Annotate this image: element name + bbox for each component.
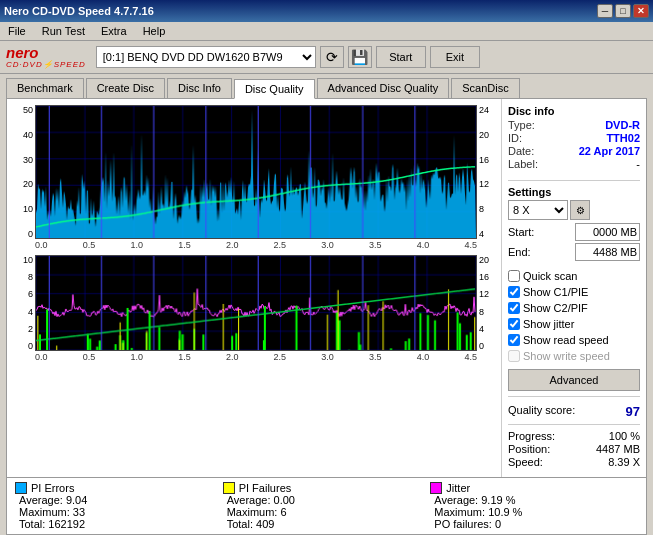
disc-id-row: ID: TTH02 [508, 132, 640, 144]
logo-main: nero [6, 45, 86, 60]
title-bar: Nero CD-DVD Speed 4.7.7.16 ─ □ ✕ [0, 0, 653, 22]
close-button[interactable]: ✕ [633, 4, 649, 18]
menu-run-test[interactable]: Run Test [38, 24, 89, 38]
speed-readout-value: 8.39 X [608, 456, 640, 468]
pi-failures-total-value: 409 [256, 518, 274, 530]
show-jitter-checkbox[interactable] [508, 318, 520, 330]
bottom-chart [35, 255, 477, 351]
pi-errors-avg-row: Average: 9.04 [19, 494, 223, 506]
jitter-po-label: PO failures: [434, 518, 491, 530]
legend-jitter: Jitter Average: 9.19 % Maximum: 10.9 % P… [430, 482, 638, 530]
show-c2-checkbox[interactable] [508, 302, 520, 314]
quality-row: Quality score: 97 [508, 404, 640, 419]
right-panel: Disc info Type: DVD-R ID: TTH02 Date: 22… [501, 99, 646, 477]
save-button[interactable]: 💾 [348, 46, 372, 68]
show-c2-label[interactable]: Show C2/PIF [523, 302, 588, 314]
show-c2-row: Show C2/PIF [508, 302, 640, 314]
jitter-po-value: 0 [495, 518, 501, 530]
quick-scan-checkbox[interactable] [508, 270, 520, 282]
disc-type-value: DVD-R [605, 119, 640, 131]
speed-config-button[interactable]: ⚙ [570, 200, 590, 220]
pi-errors-max-row: Maximum: 33 [19, 506, 223, 518]
progress-value: 100 % [609, 430, 640, 442]
quick-scan-label[interactable]: Quick scan [523, 270, 577, 282]
jitter-max-row: Maximum: 10.9 % [434, 506, 638, 518]
show-c1-checkbox[interactable] [508, 286, 520, 298]
jitter-avg-value: 9.19 % [481, 494, 515, 506]
menu-help[interactable]: Help [139, 24, 170, 38]
start-input[interactable] [575, 223, 640, 241]
speed-select[interactable]: 8 X [508, 200, 568, 220]
end-input[interactable] [575, 243, 640, 261]
advanced-button[interactable]: Advanced [508, 369, 640, 391]
pi-failures-color-box [223, 482, 235, 494]
pi-errors-total-label: Total: [19, 518, 45, 530]
quick-scan-row: Quick scan [508, 270, 640, 282]
menu-file[interactable]: File [4, 24, 30, 38]
legend-pi-errors: PI Errors Average: 9.04 Maximum: 33 Tota… [15, 482, 223, 530]
start-label: Start: [508, 226, 534, 238]
jitter-stats: Average: 9.19 % Maximum: 10.9 % PO failu… [430, 494, 638, 530]
pi-errors-label: PI Errors [31, 482, 74, 494]
top-chart-y-left: 50 40 30 20 10 0 [9, 105, 33, 239]
pi-failures-label: PI Failures [239, 482, 292, 494]
settings-title: Settings [508, 186, 640, 198]
bottom-chart-x-axis: 0.0 0.5 1.0 1.5 2.0 2.5 3.0 3.5 4.0 4.5 [35, 352, 477, 362]
exit-button[interactable]: Exit [430, 46, 480, 68]
jitter-max-value: 10.9 % [488, 506, 522, 518]
top-chart-x-axis: 0.0 0.5 1.0 1.5 2.0 2.5 3.0 3.5 4.0 4.5 [35, 240, 477, 250]
maximize-button[interactable]: □ [615, 4, 631, 18]
show-write-speed-row: Show write speed [508, 350, 640, 362]
speed-row: 8 X ⚙ [508, 200, 640, 220]
divider-1 [508, 180, 640, 181]
progress-section: Progress: 100 % Position: 4487 MB Speed:… [508, 430, 640, 469]
pi-errors-max-value: 33 [73, 506, 85, 518]
tab-benchmark[interactable]: Benchmark [6, 78, 84, 98]
drive-select[interactable]: [0:1] BENQ DVD DD DW1620 B7W9 [96, 46, 316, 68]
pi-errors-avg-label: Average: [19, 494, 63, 506]
pi-errors-color-box [15, 482, 27, 494]
toolbar: nero CD·DVD⚡SPEED [0:1] BENQ DVD DD DW16… [0, 41, 653, 74]
pi-failures-title-row: PI Failures [223, 482, 431, 494]
show-c1-label[interactable]: Show C1/PIE [523, 286, 588, 298]
pi-failures-avg-row: Average: 0.00 [227, 494, 431, 506]
show-read-label[interactable]: Show read speed [523, 334, 609, 346]
tab-bar: Benchmark Create Disc Disc Info Disc Qua… [0, 74, 653, 98]
pi-failures-max-label: Maximum: [227, 506, 278, 518]
menu-extra[interactable]: Extra [97, 24, 131, 38]
position-row: Position: 4487 MB [508, 443, 640, 455]
pi-failures-avg-value: 0.00 [274, 494, 295, 506]
pi-errors-avg-value: 9.04 [66, 494, 87, 506]
quality-value: 97 [626, 404, 640, 419]
bottom-chart-y-left: 10 8 6 4 2 0 [9, 255, 33, 351]
tab-advanced-disc-quality[interactable]: Advanced Disc Quality [317, 78, 450, 98]
disc-date-value: 22 Apr 2017 [579, 145, 640, 157]
show-jitter-label[interactable]: Show jitter [523, 318, 574, 330]
top-chart [35, 105, 477, 239]
jitter-po-row: PO failures: 0 [434, 518, 638, 530]
pi-errors-stats: Average: 9.04 Maximum: 33 Total: 162192 [15, 494, 223, 530]
jitter-color-box [430, 482, 442, 494]
divider-3 [508, 424, 640, 425]
show-write-checkbox [508, 350, 520, 362]
disc-id-value: TTH02 [606, 132, 640, 144]
divider-2 [508, 396, 640, 397]
refresh-button[interactable]: ⟳ [320, 46, 344, 68]
tab-disc-info[interactable]: Disc Info [167, 78, 232, 98]
start-button[interactable]: Start [376, 46, 426, 68]
speed-readout-row: Speed: 8.39 X [508, 456, 640, 468]
disc-label-row: Label: - [508, 158, 640, 170]
minimize-button[interactable]: ─ [597, 4, 613, 18]
show-read-checkbox[interactable] [508, 334, 520, 346]
disc-info-title: Disc info [508, 105, 640, 117]
pi-failures-avg-label: Average: [227, 494, 271, 506]
pi-errors-title-row: PI Errors [15, 482, 223, 494]
bottom-chart-container: 10 8 6 4 2 0 20 16 12 8 4 0 0.0 0.5 1.0 … [35, 255, 477, 365]
start-row: Start: [508, 223, 640, 241]
tab-disc-quality[interactable]: Disc Quality [234, 79, 315, 99]
tab-scan-disc[interactable]: ScanDisc [451, 78, 519, 98]
pi-failures-max-value: 6 [280, 506, 286, 518]
settings-section: Settings 8 X ⚙ Start: End: [508, 186, 640, 263]
disc-label-label: Label: [508, 158, 538, 170]
tab-create-disc[interactable]: Create Disc [86, 78, 165, 98]
